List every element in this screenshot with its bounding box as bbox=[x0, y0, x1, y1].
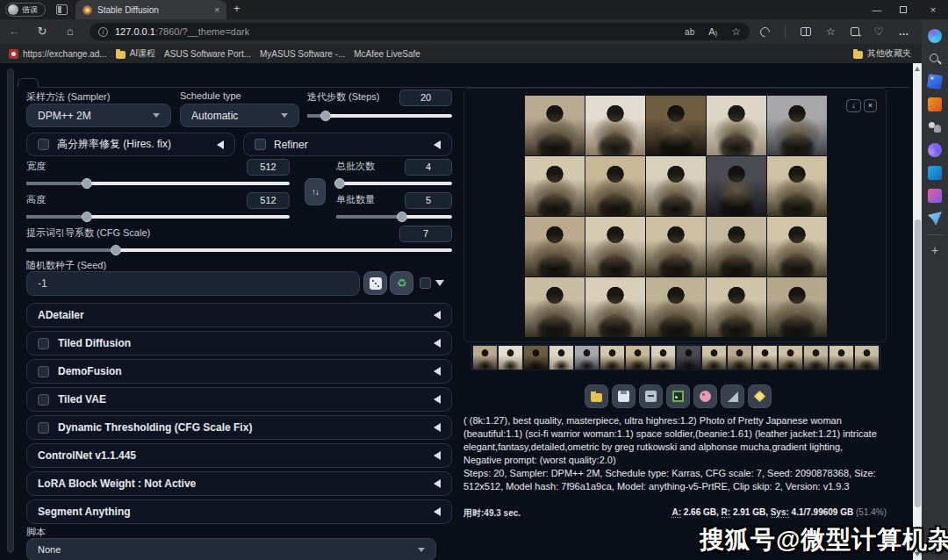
batch-count-input[interactable]: 4 bbox=[405, 159, 452, 176]
thumbnail-image[interactable] bbox=[473, 346, 497, 370]
bookmark-item[interactable]: https://exchange.ad... bbox=[9, 49, 107, 59]
width-slider[interactable] bbox=[26, 177, 290, 189]
gallery-image[interactable] bbox=[767, 96, 827, 155]
drop-icon[interactable] bbox=[928, 212, 942, 226]
cfg-input[interactable]: 7 bbox=[399, 226, 452, 242]
close-gallery-icon[interactable]: × bbox=[864, 99, 877, 112]
favorite-star-icon[interactable]: ☆ bbox=[731, 25, 741, 38]
batch-size-slider[interactable] bbox=[336, 211, 452, 222]
gallery-image[interactable] bbox=[707, 96, 766, 155]
app-tab[interactable] bbox=[77, 79, 97, 87]
split-screen-icon[interactable] bbox=[801, 27, 811, 36]
copilot-icon[interactable] bbox=[928, 29, 942, 43]
height-input[interactable]: 512 bbox=[247, 192, 290, 209]
accordion-checkbox[interactable] bbox=[38, 338, 49, 349]
loop-icon[interactable] bbox=[928, 143, 942, 157]
random-seed-button[interactable] bbox=[363, 271, 387, 295]
thumbnail-image[interactable] bbox=[499, 346, 522, 370]
swap-dimensions-button[interactable]: ↑↓ bbox=[305, 178, 326, 205]
thumbnail-image[interactable] bbox=[804, 346, 828, 370]
script-dropdown[interactable]: None bbox=[26, 538, 436, 560]
accordion-section[interactable]: Dynamic Thresholding (CFG Scale Fix) bbox=[26, 415, 452, 440]
workspaces-icon[interactable] bbox=[56, 4, 68, 15]
app-tab[interactable] bbox=[18, 78, 39, 88]
accordion-section[interactable]: Segment Anything bbox=[26, 499, 452, 524]
minimize-button[interactable]: — bbox=[864, 0, 890, 19]
accordion-checkbox[interactable] bbox=[38, 366, 49, 377]
tab-close-icon[interactable]: × bbox=[214, 5, 219, 15]
download-image-icon[interactable]: ↓ bbox=[846, 99, 861, 112]
gallery-image[interactable] bbox=[585, 217, 645, 276]
schedule-dropdown[interactable]: Automatic bbox=[180, 104, 299, 127]
gallery-image[interactable] bbox=[525, 277, 585, 337]
page-scrollbar[interactable] bbox=[913, 63, 922, 560]
send-img2img-icon[interactable] bbox=[666, 384, 690, 408]
site-info-icon[interactable]: i bbox=[98, 27, 108, 37]
cfg-slider[interactable] bbox=[26, 244, 452, 255]
steps-input[interactable]: 20 bbox=[399, 90, 452, 106]
app-tab[interactable] bbox=[39, 79, 58, 87]
app-tab[interactable] bbox=[97, 79, 116, 87]
home-icon[interactable]: ⌂ bbox=[61, 19, 79, 44]
hires-fix-section[interactable]: 高分辨率修复 (Hires. fix) bbox=[26, 133, 235, 156]
thumbnail-image[interactable] bbox=[855, 346, 879, 370]
gallery-image[interactable] bbox=[767, 217, 827, 276]
open-folder-icon[interactable] bbox=[585, 384, 608, 408]
thumbnail-image[interactable] bbox=[753, 346, 777, 370]
gallery-image[interactable] bbox=[707, 156, 766, 216]
bookmark-item[interactable]: MyASUS Software -... bbox=[260, 49, 345, 59]
thumbnail-image[interactable] bbox=[728, 346, 751, 370]
batch-size-input[interactable]: 5 bbox=[405, 192, 452, 209]
search-side-icon[interactable] bbox=[928, 52, 942, 66]
app-tab[interactable] bbox=[58, 79, 77, 87]
seed-extra-arrow-icon[interactable] bbox=[435, 280, 444, 286]
thumbnail-image[interactable] bbox=[626, 346, 650, 370]
accordion-checkbox[interactable] bbox=[38, 422, 49, 434]
thumbnail-image[interactable] bbox=[651, 346, 675, 370]
designer-icon[interactable] bbox=[928, 189, 942, 203]
sidebar-add-icon[interactable]: + bbox=[928, 243, 942, 257]
gallery-image[interactable] bbox=[525, 96, 585, 155]
gallery-image[interactable] bbox=[646, 277, 706, 337]
translate-icon[interactable]: ab bbox=[685, 27, 694, 37]
accordion-section[interactable]: DemoFusion bbox=[26, 359, 452, 384]
people-icon[interactable] bbox=[928, 120, 942, 134]
thumbnail-image[interactable] bbox=[677, 346, 700, 370]
gallery-image[interactable] bbox=[646, 96, 706, 155]
gallery-image[interactable] bbox=[525, 217, 585, 276]
save-zip-icon[interactable] bbox=[639, 384, 663, 408]
browser-essentials-icon[interactable]: ♡ bbox=[874, 25, 884, 38]
maximize-button[interactable] bbox=[890, 0, 916, 19]
gallery-image[interactable] bbox=[525, 156, 585, 216]
close-window-button[interactable]: × bbox=[920, 0, 946, 19]
sampler-dropdown[interactable]: DPM++ 2M bbox=[26, 104, 171, 127]
gallery-image[interactable] bbox=[585, 156, 645, 216]
steps-slider[interactable] bbox=[307, 110, 452, 121]
accordion-checkbox[interactable] bbox=[38, 394, 49, 406]
refiner-section[interactable]: Refiner bbox=[243, 133, 452, 156]
extra-seed-checkbox[interactable] bbox=[420, 277, 431, 289]
gallery-image[interactable] bbox=[707, 277, 766, 337]
accordion-section[interactable]: Tiled Diffusion bbox=[26, 331, 452, 355]
bookmark-item[interactable]: AI课程 bbox=[116, 47, 155, 60]
upscale-icon[interactable] bbox=[748, 384, 772, 408]
gallery-image[interactable] bbox=[585, 96, 645, 155]
gallery-image[interactable] bbox=[707, 217, 766, 276]
bookmark-item[interactable]: ASUS Software Port... bbox=[164, 49, 251, 59]
save-icon[interactable] bbox=[612, 384, 636, 408]
browser-tab[interactable]: Stable Diffusion × bbox=[75, 0, 226, 19]
scroll-up-icon[interactable] bbox=[915, 67, 920, 71]
other-favorites-button[interactable]: 其他收藏夹 bbox=[853, 44, 911, 63]
seed-input[interactable]: -1 bbox=[26, 271, 360, 296]
accordion-section[interactable]: ControlNet v1.1.445 bbox=[26, 443, 452, 468]
refresh-icon[interactable]: ↻ bbox=[33, 19, 51, 44]
gallery-image[interactable] bbox=[585, 277, 645, 337]
favorites-icon[interactable]: ☆ bbox=[826, 25, 836, 38]
gallery-image[interactable] bbox=[767, 277, 827, 337]
collections-icon[interactable] bbox=[851, 27, 859, 36]
accordion-section[interactable]: ADetailer bbox=[26, 303, 452, 327]
thumbnail-image[interactable] bbox=[779, 346, 802, 370]
thumbnail-image[interactable] bbox=[575, 346, 599, 370]
thumbnail-image[interactable] bbox=[702, 346, 726, 370]
outlook-icon[interactable] bbox=[928, 166, 942, 180]
